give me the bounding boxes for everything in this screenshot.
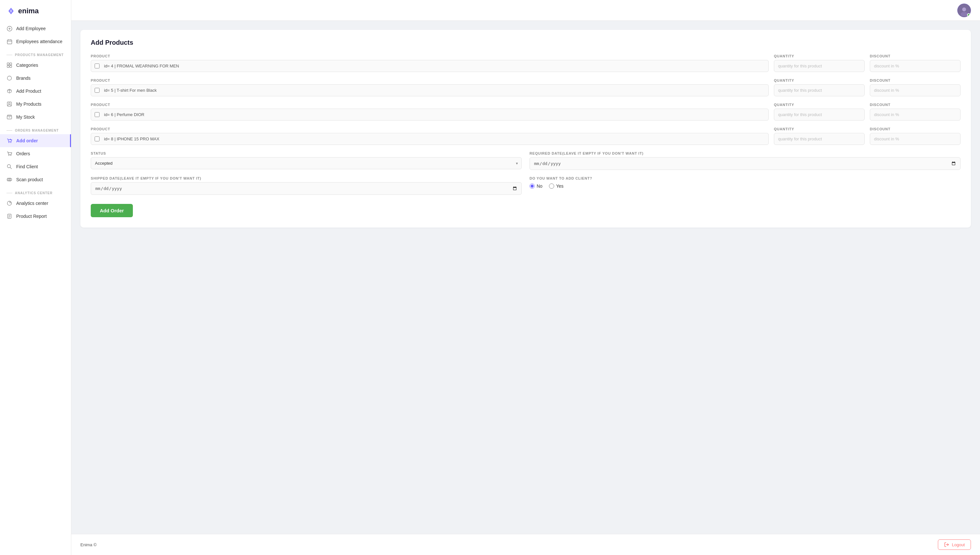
- product-checkbox-wrap-3[interactable]: [91, 112, 103, 117]
- shipped-date-label: SHIPPED DATE(LEAVE IT EMPTY IF YOU DON'T…: [91, 176, 522, 180]
- discount-field-4: DISCOUNT: [870, 127, 961, 145]
- discount-input-3[interactable]: [870, 109, 961, 120]
- sidebar-item-categories[interactable]: Categories: [0, 59, 71, 72]
- logout-icon: [944, 542, 949, 547]
- sidebar-item-brands[interactable]: Brands: [0, 72, 71, 85]
- quantity-field-3: QUANTITY: [774, 103, 865, 120]
- quantity-input-4[interactable]: [774, 133, 865, 145]
- product-row-4: PRODUCT id= 8 | IPHONE 15 PRO MAX QUANTI…: [91, 127, 961, 145]
- sidebar-item-label: Scan product: [16, 177, 43, 182]
- archive-icon: [6, 114, 12, 120]
- add-order-button[interactable]: Add Order: [91, 204, 133, 217]
- sidebar-item-label: My Stock: [16, 114, 35, 120]
- product-checkbox-wrap-2[interactable]: [91, 88, 103, 93]
- quantity-field-1: QUANTITY: [774, 54, 865, 72]
- product-label: PRODUCT: [91, 79, 769, 82]
- sidebar-item-label: Add Product: [16, 88, 41, 94]
- product-name-3: id= 6 | Perfume DIOR: [103, 109, 769, 120]
- sidebar-item-label: Find Client: [16, 164, 38, 169]
- add-products-card: Add Products PRODUCT id= 4 | FROMAL WEAR…: [80, 30, 971, 228]
- plus-circle-icon: [6, 26, 12, 31]
- sidebar-item-label: Product Report: [16, 213, 46, 219]
- discount-field-1: DISCOUNT: [870, 54, 961, 72]
- add-client-radio-group: No Yes: [530, 183, 961, 189]
- radio-no-text: No: [536, 183, 543, 189]
- grid-icon: [6, 62, 12, 68]
- radio-yes-text: Yes: [556, 183, 564, 189]
- sidebar-item-find-client[interactable]: Find Client: [0, 160, 71, 173]
- sidebar-item-my-products[interactable]: My Products: [0, 98, 71, 111]
- quantity-input-2[interactable]: [774, 84, 865, 96]
- product-checkbox-wrap-1[interactable]: [91, 64, 103, 68]
- status-date-row: STATUS Accepted Pending Rejected Shipped…: [91, 151, 961, 170]
- product-checkbox-4[interactable]: [94, 136, 99, 141]
- sidebar-item-add-product[interactable]: Add Product: [0, 85, 71, 98]
- quantity-input-1[interactable]: [774, 60, 865, 72]
- app-name: enima: [18, 7, 39, 15]
- product-checkbox-3[interactable]: [94, 112, 99, 117]
- add-client-field: DO YOU WANT TO ADD CLIENT? No Yes: [530, 176, 961, 195]
- svg-point-15: [9, 103, 10, 104]
- chart-icon: [6, 201, 12, 206]
- status-field: STATUS Accepted Pending Rejected Shipped…: [91, 151, 522, 170]
- report-icon: [6, 213, 12, 219]
- discount-input-1[interactable]: [870, 60, 961, 72]
- circle-icon: [6, 75, 12, 81]
- discount-input-4[interactable]: [870, 133, 961, 145]
- product-checkbox-2[interactable]: [94, 88, 99, 93]
- sidebar-item-my-stock[interactable]: My Stock: [0, 111, 71, 124]
- product-field-2: PRODUCT id= 5 | T-shirt For men Black: [91, 79, 769, 96]
- radio-yes-label[interactable]: Yes: [549, 183, 564, 189]
- cart-icon: [6, 151, 12, 157]
- status-select-wrap: Accepted Pending Rejected Shipped ▾: [91, 157, 522, 169]
- sidebar-item-label: Add order: [16, 138, 38, 143]
- sidebar-item-add-employee[interactable]: Add Employee: [0, 22, 71, 35]
- quantity-label: QUANTITY: [774, 103, 865, 107]
- svg-point-35: [962, 8, 966, 11]
- main-content: Add Products PRODUCT id= 4 | FROMAL WEAR…: [71, 0, 980, 555]
- product-input-wrap-4: id= 8 | IPHONE 15 PRO MAX: [91, 133, 769, 145]
- status-select[interactable]: Accepted Pending Rejected Shipped: [91, 157, 522, 169]
- required-date-label: REQUIRED DATE(LEAVE IT EMPTY IF YOU DON'…: [530, 151, 961, 155]
- radio-no-input[interactable]: [530, 183, 535, 189]
- discount-field-2: DISCOUNT: [870, 79, 961, 96]
- sidebar-item-product-report[interactable]: Product Report: [0, 210, 71, 223]
- quantity-input-3[interactable]: [774, 109, 865, 120]
- section-orders-management: ORDERS MANAGEMENT: [0, 124, 71, 134]
- product-name-1: id= 4 | FROMAL WEARNING FOR MEN: [103, 60, 769, 72]
- radio-yes-input[interactable]: [549, 183, 554, 189]
- scan-icon: [6, 177, 12, 183]
- quantity-label: QUANTITY: [774, 54, 865, 58]
- svg-point-19: [10, 142, 11, 143]
- discount-label: DISCOUNT: [870, 79, 961, 82]
- required-date-input[interactable]: [530, 157, 961, 170]
- logout-label: Logout: [952, 542, 965, 547]
- logout-button[interactable]: Logout: [938, 539, 971, 550]
- sidebar-item-add-order[interactable]: Add order: [0, 134, 71, 147]
- products-container: PRODUCT id= 4 | FROMAL WEARNING FOR MEN …: [91, 54, 961, 145]
- user-avatar[interactable]: [957, 3, 971, 17]
- sidebar-item-label: My Products: [16, 101, 42, 107]
- product-checkbox-wrap-4[interactable]: [91, 136, 103, 141]
- sidebar-item-label: Brands: [16, 75, 30, 81]
- shipped-date-input[interactable]: [91, 182, 522, 195]
- discount-input-2[interactable]: [870, 84, 961, 96]
- section-products-management: PRODUCTS MANAGEMENT: [0, 48, 71, 59]
- sidebar-item-scan-product[interactable]: Scan product: [0, 173, 71, 186]
- sidebar-item-orders[interactable]: Orders: [0, 147, 71, 160]
- footer-brand: Enima ©: [80, 542, 96, 547]
- sidebar-item-analytics-center[interactable]: Analytics center: [0, 197, 71, 210]
- app-logo: enima: [0, 0, 71, 22]
- sidebar-item-employees-attendance[interactable]: Employees attendance: [0, 35, 71, 48]
- product-row-1: PRODUCT id= 4 | FROMAL WEARNING FOR MEN …: [91, 54, 961, 72]
- radio-no-label[interactable]: No: [530, 183, 543, 189]
- discount-label: DISCOUNT: [870, 127, 961, 131]
- product-input-wrap-1: id= 4 | FROMAL WEARNING FOR MEN: [91, 60, 769, 72]
- status-label: STATUS: [91, 151, 522, 155]
- logo-icon: [6, 6, 16, 16]
- product-input-wrap-3: id= 6 | Perfume DIOR: [91, 109, 769, 120]
- svg-rect-10: [10, 66, 12, 67]
- cart-plus-icon: [6, 138, 12, 144]
- top-header: [71, 0, 980, 21]
- product-checkbox-1[interactable]: [94, 64, 99, 68]
